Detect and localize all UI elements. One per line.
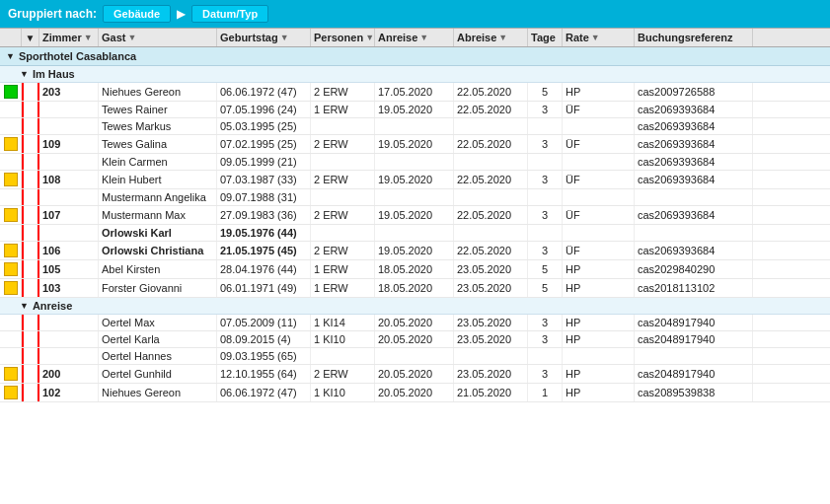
table-row[interactable]: Oertel Karla08.09.2015 (4)1 KI1020.05.20… xyxy=(0,331,830,348)
tage-cell xyxy=(528,189,563,205)
anreise-cell: 20.05.2020 xyxy=(375,331,454,347)
anreise-cell: 19.05.2020 xyxy=(375,242,454,259)
table-body: ▼ Sporthotel Casablanca▼ Im Haus203Niehu… xyxy=(0,47,830,402)
buchungsreferenz-cell: cas2069393684 xyxy=(635,242,753,259)
personen-cell xyxy=(311,348,375,364)
buchungsreferenz-cell: cas2069393684 xyxy=(635,206,753,224)
col-status[interactable] xyxy=(0,29,22,46)
personen-cell: 1 KI10 xyxy=(311,331,375,347)
geburtstag-cell: 28.04.1976 (44) xyxy=(217,260,311,278)
table-row[interactable]: 109Tewes Galina07.02.1995 (25)2 ERW19.05… xyxy=(0,135,830,154)
table-row[interactable]: Tewes Rainer07.05.1996 (24)1 ERW19.05.20… xyxy=(0,102,830,118)
table-row[interactable]: 108Klein Hubert07.03.1987 (33)2 ERW19.05… xyxy=(0,171,830,189)
abreise-cell xyxy=(454,154,528,170)
zimmer-indicator-cell xyxy=(22,171,39,188)
table-row[interactable]: Klein Carmen09.05.1999 (21)cas2069393684 xyxy=(0,154,830,171)
table-row[interactable]: 203Niehues Gereon06.06.1972 (47)2 ERW17.… xyxy=(0,83,830,102)
col-gast[interactable]: Gast ▼ xyxy=(99,29,217,46)
personen-cell: 2 ERW xyxy=(311,365,375,383)
rate-cell: HP xyxy=(563,331,635,347)
table-row[interactable]: 106Orlowski Christiana21.05.1975 (45)2 E… xyxy=(0,242,830,260)
col-buchungsreferenz[interactable]: Buchungsreferenz xyxy=(635,29,753,46)
abreise-cell: 22.05.2020 xyxy=(454,102,528,117)
tage-cell xyxy=(528,118,563,134)
rate-cell: HP xyxy=(563,365,635,383)
table-row[interactable]: 102Niehues Gereon06.06.1972 (47)1 KI1020… xyxy=(0,384,830,402)
table-row[interactable]: 103Forster Giovanni06.01.1971 (49)1 ERW1… xyxy=(0,279,830,298)
buchungsreferenz-cell: cas2089539838 xyxy=(635,384,753,401)
buchungsreferenz-cell xyxy=(635,225,753,241)
zimmer-cell xyxy=(39,102,99,117)
personen-cell: 2 ERW xyxy=(311,135,375,153)
gast-cell: Oertel Gunhild xyxy=(99,365,217,383)
status-yellow-icon xyxy=(4,281,18,295)
zimmer-indicator-cell xyxy=(22,331,39,347)
status-yellow-icon xyxy=(4,262,18,276)
zimmer-cell: 105 xyxy=(39,260,99,278)
abreise-cell: 23.05.2020 xyxy=(454,331,528,347)
rate-cell: ÜF xyxy=(563,102,635,117)
gast-cell: Oertel Max xyxy=(99,315,217,330)
subgroup-header: ▼ Im Haus xyxy=(0,66,830,83)
status-yellow-icon xyxy=(4,367,18,381)
gast-cell: Oertel Karla xyxy=(99,331,217,347)
buchungsreferenz-cell: cas2069393684 xyxy=(635,102,753,117)
gast-cell: Orlowski Christiana xyxy=(99,242,217,259)
status-yellow-icon xyxy=(4,386,18,399)
table-row[interactable]: Oertel Hannes09.03.1955 (65) xyxy=(0,348,830,365)
rate-cell: HP xyxy=(563,315,635,330)
status-cell xyxy=(0,279,22,297)
table-row[interactable]: 107Mustermann Max27.09.1983 (36)2 ERW19.… xyxy=(0,206,830,225)
status-cell xyxy=(0,348,22,364)
group-by-gebaeude-button[interactable]: Gebäude xyxy=(103,5,171,23)
geburtstag-cell: 08.09.2015 (4) xyxy=(217,331,311,347)
rate-cell xyxy=(563,154,635,170)
tage-cell: 3 xyxy=(528,315,563,330)
gast-cell: Niehues Gereon xyxy=(99,83,217,101)
buchungsreferenz-cell xyxy=(635,189,753,205)
rate-cell xyxy=(563,225,635,241)
col-rate[interactable]: Rate ▼ xyxy=(563,29,635,46)
zimmer-cell: 108 xyxy=(39,171,99,188)
col-anreise[interactable]: Anreise ▼ xyxy=(375,29,454,46)
zimmer-cell xyxy=(39,315,99,330)
col-personen[interactable]: Personen ▼ xyxy=(311,29,375,46)
table-row[interactable]: 200Oertel Gunhild12.10.1955 (64)2 ERW20.… xyxy=(0,365,830,384)
geburtstag-cell: 19.05.1976 (44) xyxy=(217,225,311,241)
geburtstag-cell: 21.05.1975 (45) xyxy=(217,242,311,259)
status-cell xyxy=(0,154,22,170)
status-cell xyxy=(0,365,22,383)
rate-cell: HP xyxy=(563,83,635,101)
table-row[interactable]: Orlowski Karl19.05.1976 (44) xyxy=(0,225,830,242)
table-row[interactable]: 105Abel Kirsten28.04.1976 (44)1 ERW18.05… xyxy=(0,260,830,279)
group-by-datum-button[interactable]: Datum/Typ xyxy=(191,5,268,23)
abreise-cell: 22.05.2020 xyxy=(454,206,528,224)
col-tage[interactable]: Tage xyxy=(528,29,563,46)
col-zimmer[interactable]: Zimmer ▼ xyxy=(39,29,99,46)
personen-cell: 2 ERW xyxy=(311,83,375,101)
anreise-cell: 20.05.2020 xyxy=(375,384,454,401)
col-abreise[interactable]: Abreise ▼ xyxy=(454,29,528,46)
col-geburtstag[interactable]: Geburtstag ▼ xyxy=(217,29,311,46)
gast-cell: Mustermann Max xyxy=(99,206,217,224)
geburtstag-cell: 09.05.1999 (21) xyxy=(217,154,311,170)
gast-cell: Abel Kirsten xyxy=(99,260,217,278)
buchungsreferenz-cell: cas2048917940 xyxy=(635,315,753,330)
buchungsreferenz-cell: cas2069393684 xyxy=(635,135,753,153)
personen-cell: 1 KI14 xyxy=(311,315,375,330)
tage-cell: 3 xyxy=(528,102,563,117)
status-green-icon xyxy=(4,85,18,99)
table-row[interactable]: Mustermann Angelika09.07.1988 (31) xyxy=(0,189,830,206)
table-row[interactable]: Oertel Max07.05.2009 (11)1 KI1420.05.202… xyxy=(0,315,830,331)
gast-cell: Klein Hubert xyxy=(99,171,217,188)
gast-cell: Klein Carmen xyxy=(99,154,217,170)
subgroup-header: ▼ Anreise xyxy=(0,298,830,315)
status-cell xyxy=(0,83,22,101)
col-zimmer-sort[interactable]: ▼ xyxy=(22,29,39,46)
rate-cell: HP xyxy=(563,279,635,297)
zimmer-indicator-cell xyxy=(22,242,39,259)
tage-cell: 1 xyxy=(528,384,563,401)
status-cell xyxy=(0,102,22,117)
tage-cell: 5 xyxy=(528,260,563,278)
table-row[interactable]: Tewes Markus05.03.1995 (25)cas2069393684 xyxy=(0,118,830,135)
